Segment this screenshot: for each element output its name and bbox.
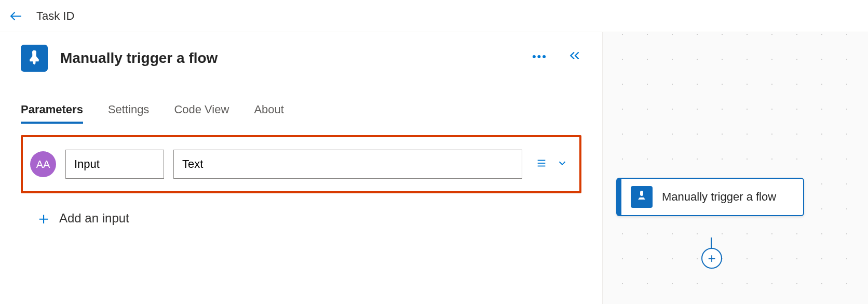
add-input-label: Add an input [59,211,129,226]
page-title: Task ID [36,9,74,23]
back-arrow-icon[interactable] [8,8,24,24]
tab-about[interactable]: About [254,103,284,123]
input-parameter-row: AA [21,135,581,193]
collapse-panel-icon[interactable] [568,50,581,63]
row-actions [532,157,572,171]
input-name-field[interactable] [65,150,164,179]
trigger-header: Manually trigger a flow ••• [21,45,581,72]
header-actions: ••• [532,50,581,63]
svg-rect-5 [640,191,643,196]
tab-settings[interactable]: Settings [108,103,150,123]
add-step-button[interactable]: + [701,248,722,269]
node-label: Manually trigger a flow [662,189,776,205]
main-layout: Manually trigger a flow ••• Parameters S… [0,32,868,304]
svg-rect-1 [33,50,36,57]
text-type-badge-icon: AA [30,151,56,177]
trigger-title: Manually trigger a flow [60,50,218,67]
flow-canvas[interactable]: Manually trigger a flow + [602,32,868,304]
tab-code-view[interactable]: Code View [174,103,229,123]
top-bar: Task ID [0,0,868,32]
tabs: Parameters Settings Code View About [21,103,581,123]
chevron-down-icon[interactable] [557,157,568,171]
plus-icon: ＋ [35,210,52,227]
tab-parameters[interactable]: Parameters [21,103,83,123]
add-input-button[interactable]: ＋ Add an input [35,210,581,227]
input-value-field[interactable] [173,150,522,179]
canvas-trigger-node[interactable]: Manually trigger a flow [616,178,804,216]
trigger-icon [21,45,48,72]
config-panel: Manually trigger a flow ••• Parameters S… [0,32,602,304]
list-icon[interactable] [536,157,547,171]
connector-line [711,237,712,248]
more-icon[interactable]: ••• [532,50,547,63]
node-trigger-icon [631,186,653,208]
